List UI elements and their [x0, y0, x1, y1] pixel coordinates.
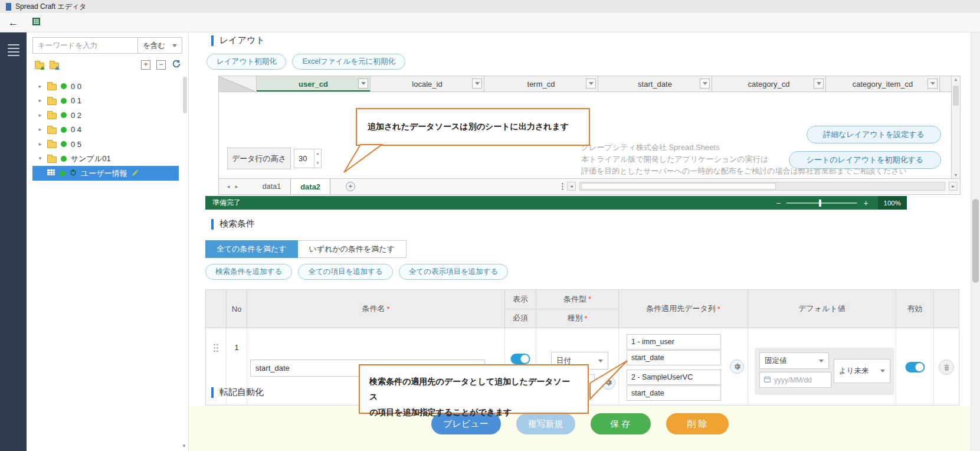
conditions-table-header: No 条件名* 表示 必須 条件型* 種別* 条件適用先データ列* デフォルト値…	[206, 290, 959, 328]
row-height-stepper[interactable]: ▲ ▼	[294, 149, 322, 168]
init-layout-button[interactable]: レイアウト初期化	[207, 54, 286, 70]
sheet-column-header[interactable]: start_date	[598, 76, 712, 91]
column-filter-dropdown[interactable]	[586, 79, 596, 89]
column-filter-dropdown[interactable]	[700, 79, 710, 89]
caret-down-icon[interactable]: ▼	[37, 156, 43, 161]
tab-scroll-left-icon[interactable]: ◄	[226, 184, 234, 189]
folder-icon	[47, 142, 57, 148]
caret-right-icon[interactable]: ►	[37, 113, 43, 118]
save-button[interactable]: 保 存	[591, 413, 651, 434]
sheet-column-header[interactable]: user_cd	[257, 76, 371, 91]
row-number: 1	[227, 343, 247, 352]
add-folder-icon[interactable]	[35, 63, 44, 69]
add-condition-button[interactable]: 検索条件を追加する	[205, 264, 292, 280]
tree-item[interactable]: ► 0 5	[27, 137, 188, 152]
target-datasource-1[interactable]: 1 - imm_user	[627, 334, 721, 349]
annotation-callout: 検索条件の適用先のデータとして追加したデータソース の項目を追加指定することがで…	[359, 364, 589, 414]
default-range-select[interactable]: より未来	[834, 359, 890, 383]
menu-hamburger-icon[interactable]	[8, 44, 19, 56]
caret-right-icon[interactable]: ►	[37, 142, 43, 147]
sheet-column-header[interactable]: locale_id	[371, 76, 484, 91]
sheet-vertical-scrollbar[interactable]: ▲ ▼	[951, 76, 960, 178]
tree-item[interactable]: ► 0 4	[27, 123, 188, 138]
match-mode-select[interactable]: を含む	[137, 37, 182, 54]
drag-handle[interactable]	[214, 343, 219, 353]
hscroll-right-icon[interactable]: ►	[949, 182, 958, 191]
row-height-input[interactable]	[294, 149, 314, 168]
chevron-down-icon	[361, 82, 366, 85]
zoom-value[interactable]: 100%	[878, 196, 907, 210]
sheet-corner-cell[interactable]	[219, 76, 257, 91]
detail-layout-button[interactable]: 詳細なレイアウトを設定する	[807, 126, 941, 143]
refresh-icon[interactable]	[172, 59, 181, 71]
hscroll-left-icon[interactable]: ◄	[567, 182, 576, 191]
table-icon	[47, 169, 55, 178]
search-input[interactable]	[32, 37, 137, 54]
sheet-tab[interactable]: data1	[253, 179, 290, 194]
sheet-tabbar: ◄ ► data1 data2 + ◄ ►	[218, 179, 961, 195]
import-folder-icon[interactable]	[50, 63, 59, 69]
more-dots-icon[interactable]	[562, 182, 563, 191]
horizontal-scrollbar[interactable]	[579, 182, 945, 191]
excel-doc-icon[interactable]	[32, 17, 40, 28]
add-all-items-button[interactable]: 全ての項目を追加する	[298, 264, 392, 280]
back-button[interactable]: ←	[8, 18, 18, 28]
tab-scroll-right-icon[interactable]: ►	[234, 184, 242, 189]
sheet-column-header[interactable]: category_cd	[712, 76, 826, 91]
trash-icon	[943, 364, 950, 371]
mode-any-tab[interactable]: いずれかの条件を満たす	[298, 240, 407, 258]
panel-scrollbar[interactable]	[182, 77, 188, 407]
tree-item-expanded[interactable]: ▼ サンプル01	[27, 152, 188, 166]
edit-pencil-icon[interactable]	[132, 169, 139, 178]
zoom-in-icon[interactable]: +	[863, 198, 868, 208]
column-filter-dropdown[interactable]	[814, 79, 824, 89]
tree-item-selected[interactable]: ユーザー情報	[32, 166, 179, 181]
folder-icon	[47, 156, 57, 163]
tree-item[interactable]: ► 0 1	[27, 94, 188, 109]
app-icon	[6, 3, 11, 11]
column-filter-dropdown[interactable]	[472, 79, 482, 89]
folder-icon	[47, 84, 57, 90]
enabled-toggle[interactable]	[905, 362, 925, 372]
delete-row-button[interactable]	[939, 360, 954, 375]
collapse-all-icon[interactable]: −	[156, 60, 166, 70]
scroll-up-icon[interactable]: ▲	[952, 77, 960, 81]
init-sheet-layout-button[interactable]: シートのレイアウトを初期化する	[789, 151, 941, 169]
spreadsheet-header: user_cd locale_id term_cd start_date cat…	[219, 76, 960, 92]
column-filter-dropdown[interactable]	[927, 79, 938, 89]
caret-right-icon[interactable]: ►	[37, 127, 43, 132]
tree-item[interactable]: ► 0 0	[27, 79, 188, 94]
add-sheet-icon[interactable]: +	[346, 182, 355, 191]
add-all-display-button[interactable]: 全ての表示項目を追加する	[399, 264, 508, 280]
target-column-2[interactable]: start_date	[627, 385, 721, 401]
mode-all-tab[interactable]: 全ての条件を満たす	[205, 240, 298, 258]
spin-down-icon[interactable]: ▼	[314, 159, 321, 168]
sheet-column-header[interactable]: category_item_cd	[826, 76, 940, 91]
folder-icon	[47, 113, 57, 119]
spin-up-icon[interactable]: ▲	[314, 149, 321, 159]
expand-all-icon[interactable]: +	[141, 60, 150, 70]
sheet-tab-active[interactable]: data2	[290, 179, 330, 194]
scroll-down-icon[interactable]: ▼	[952, 173, 960, 177]
target-column-1[interactable]: start_date	[627, 350, 721, 365]
tree-item[interactable]: ► 0 2	[27, 108, 188, 123]
caret-right-icon[interactable]: ►	[37, 98, 43, 103]
sheet-column-header[interactable]: term_cd	[484, 76, 598, 91]
zoom-out-icon[interactable]: −	[776, 198, 781, 208]
caret-right-icon[interactable]: ►	[37, 84, 43, 89]
delete-button[interactable]: 削 除	[666, 413, 729, 434]
power-icon	[70, 169, 77, 178]
default-date-input[interactable]: yyyy/MM/dd	[759, 372, 831, 388]
display-toggle[interactable]	[511, 354, 530, 364]
window-title: Spread Craft エディタ	[15, 2, 87, 12]
column-filter-dropdown[interactable]	[358, 79, 368, 89]
excel-init-button[interactable]: Excelファイルを元に初期化	[292, 54, 405, 70]
target-settings-gear-icon[interactable]	[730, 360, 744, 374]
navigation-panel: を含む + − ► 0 0 ► 0 1 ►	[27, 32, 189, 451]
scroll-down-icon[interactable]: ▼	[182, 443, 186, 449]
target-datasource-2[interactable]: 2 - SampleUserVC	[627, 370, 721, 385]
main-scrollbar[interactable]	[971, 32, 980, 451]
default-value-group: 固定値 yyyy/MM/dd より未来	[755, 348, 894, 395]
default-kind-select[interactable]: 固定値	[759, 352, 829, 369]
zoom-slider[interactable]	[786, 202, 857, 204]
